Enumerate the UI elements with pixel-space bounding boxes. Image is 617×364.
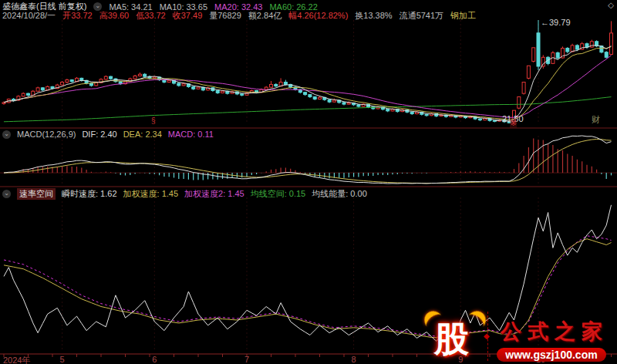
axis-month-label: 7 xyxy=(244,355,249,364)
quote-float: 流通5741万 xyxy=(400,10,443,22)
axis-month-label: 5 xyxy=(60,355,65,364)
ex-rights-marker-icon[interactable]: § xyxy=(151,116,156,125)
speed-weighted2-value: 加权速度2: 1.45 xyxy=(184,188,244,200)
ex-dividend-marker-icon[interactable]: ※ xyxy=(510,118,517,128)
quote-open: 开33.72 xyxy=(62,10,93,22)
stock-app-window: 盛德鑫泰(日线 前复权) ⌄ MA5: 34.21 MA10: 33.65 MA… xyxy=(0,0,617,364)
diamond-icon[interactable]: ◇ xyxy=(608,1,614,9)
speed-title[interactable]: 速率空间 xyxy=(17,188,56,200)
quote-close: 收37.49 xyxy=(173,10,203,22)
axis-month-label: 8 xyxy=(352,355,356,364)
watermark-text-block: 公式之家 www.gszj100.com xyxy=(494,318,609,362)
arrow-left-icon: ← xyxy=(494,114,502,123)
low-price-label: ←21.50 xyxy=(494,114,524,123)
dif-value: DIF: 2.40 xyxy=(82,130,116,139)
header-row-2: 2024/10/28/一 开33.72 高39.60 低33.72 收37.49… xyxy=(2,10,476,22)
watermark-brand-text: 公式之家 xyxy=(494,318,609,345)
watermark-logo: 股 xyxy=(423,301,487,364)
watermark: 股 ◆ 公式之家 www.gszj100.com xyxy=(423,298,617,364)
quote-turnover: 换13.38% xyxy=(355,10,392,22)
arrow-left-icon: ← xyxy=(541,18,549,27)
ma-energy-value: 均线能量: 0.00 xyxy=(312,188,367,200)
speed-panel-header: ⌄ 速率空间 瞬时速度: 1.62 加权速度: 1.45 加权速度2: 1.45… xyxy=(2,188,367,200)
diamond-separator-icon: ◆ xyxy=(484,332,490,340)
macd-title[interactable]: MACD(12,26,9) xyxy=(17,130,76,139)
ma-space-value: 均线空间: 0.15 xyxy=(251,188,306,200)
speed-weighted-value: 加权速度: 1.45 xyxy=(123,188,179,200)
financial-report-marker-icon[interactable]: 财 xyxy=(592,114,600,126)
quote-industry[interactable]: 钢加工 xyxy=(450,10,476,22)
quote-volume: 量76829 xyxy=(209,10,241,22)
watermark-url[interactable]: www.gszj100.com xyxy=(497,348,605,362)
speed-instant-value: 瞬时速度: 1.62 xyxy=(62,188,117,200)
collapse-icon-speed[interactable]: ⌄ xyxy=(2,190,11,198)
collapse-icon-macd[interactable]: ⌄ xyxy=(2,130,11,139)
quote-date: 2024/10/28/一 xyxy=(2,10,56,22)
axis-month-label: 6 xyxy=(152,355,157,364)
axis-year-label: 2024年 xyxy=(3,355,30,364)
high-price-label: ←39.79 xyxy=(541,18,571,27)
dea-value: DEA: 2.34 xyxy=(123,130,162,139)
macd-value: MACD: 0.11 xyxy=(168,130,214,139)
quote-low: 低33.72 xyxy=(136,10,166,22)
watermark-divider: ◆ xyxy=(487,312,489,361)
quote-high: 高39.60 xyxy=(99,10,130,22)
quote-change: 幅4.26(12.82%) xyxy=(288,10,348,22)
quote-amount: 额2.84亿 xyxy=(248,10,282,22)
macd-header: ⌄ MACD(12,26,9) DIF: 2.40 DEA: 2.34 MACD… xyxy=(2,130,214,139)
